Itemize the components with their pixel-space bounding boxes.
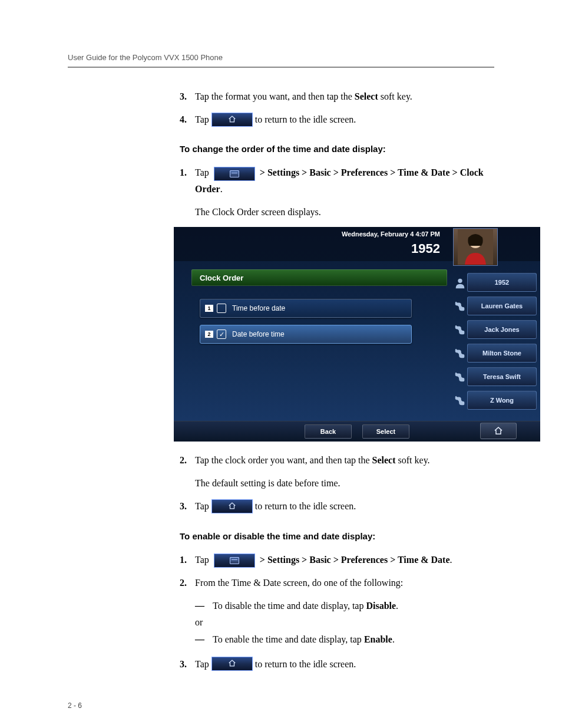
step-number: 3.: [180, 88, 195, 104]
line-key-jack-jones[interactable]: Jack Jones: [467, 320, 537, 339]
text: Tap: [195, 656, 209, 672]
option-label: Date before time: [232, 330, 285, 338]
text: Tap: [195, 167, 211, 177]
text: Tap: [195, 111, 209, 127]
step-2: 2. Tap the clock order you want, and the…: [180, 452, 494, 468]
text: soft key.: [378, 91, 412, 101]
running-header: User Guide for the Polycom VVX 1500 Phon…: [68, 53, 494, 68]
screen-title: Clock Order: [191, 269, 447, 286]
extension-number: 1952: [411, 241, 440, 256]
handset-icon: [454, 347, 467, 360]
text: soft key.: [396, 455, 430, 465]
line-key-1952[interactable]: 1952: [467, 273, 537, 292]
bold: Select: [355, 91, 378, 101]
text: From the Time & Date screen, do one of t…: [195, 575, 494, 591]
handset-icon: [454, 300, 467, 313]
line-key-z-wong[interactable]: Z Wong: [467, 391, 537, 410]
bold: Enable: [364, 634, 392, 644]
bold-path: > Settings > Basic > Preferences > Time …: [257, 555, 450, 565]
text: to return to the idle screen.: [255, 111, 356, 127]
step-number: 4.: [180, 111, 195, 127]
dash: —: [195, 631, 213, 647]
phone-screenshot: Wednesday, February 4 4:07 PM 1952 Clock…: [174, 227, 540, 442]
text: .: [392, 634, 395, 644]
checkbox-checked-icon: [217, 330, 226, 339]
step-1c: 1. Tap > Settings > Basic > Preferences …: [180, 552, 494, 568]
text: .: [220, 184, 223, 194]
bold: Disable: [366, 601, 396, 611]
handset-icon: [454, 371, 467, 384]
step-number: 1.: [180, 164, 195, 180]
or-text: or: [195, 617, 494, 628]
text: to return to the idle screen.: [255, 498, 356, 514]
text: Tap: [195, 555, 211, 565]
dash: —: [195, 598, 213, 614]
handset-icon: [454, 394, 467, 407]
text: To disable the time and date display, ta…: [213, 601, 366, 611]
paragraph: The Clock Order screen displays.: [195, 204, 494, 220]
menu-button-icon: [214, 554, 255, 568]
svg-point-2: [458, 279, 462, 283]
person-icon: [454, 276, 467, 289]
page-number: 2 - 6: [68, 701, 494, 710]
text: Tap: [195, 498, 209, 514]
step-3b: 3. Tap to return to the idle screen.: [180, 498, 494, 514]
option-time-before-date[interactable]: 1 Time before date: [200, 299, 412, 318]
text: to return to the idle screen.: [255, 656, 356, 672]
step-3: 3. Tap the format you want, and then tap…: [180, 88, 494, 104]
home-button-icon: [211, 499, 253, 513]
option-index: 2: [205, 331, 213, 338]
softkey-select[interactable]: Select: [362, 424, 409, 439]
step-number: 2.: [180, 575, 195, 591]
line-key-teresa-swift[interactable]: Teresa Swift: [467, 367, 537, 386]
home-button-icon: [211, 113, 253, 127]
checkbox-icon: [217, 304, 226, 313]
step-2c: 2. From the Time & Date screen, do one o…: [180, 575, 494, 591]
step-number: 3.: [180, 498, 195, 514]
step-number: 1.: [180, 552, 195, 568]
menu-button-icon: [214, 167, 255, 181]
sub-bullet: — To enable the time and date display, t…: [195, 631, 494, 647]
sub-bullet: — To disable the time and date display, …: [195, 598, 494, 614]
home-softkey[interactable]: [480, 423, 517, 439]
text: To enable the time and date display, tap: [213, 634, 364, 644]
text: Tap the format you want, and then tap th…: [195, 91, 355, 101]
datetime-label: Wednesday, February 4 4:07 PM: [342, 230, 440, 238]
step-4: 4. Tap to return to the idle screen.: [180, 111, 494, 127]
text: .: [396, 601, 398, 611]
home-icon: [494, 426, 503, 436]
handset-icon: [454, 324, 467, 337]
text: Tap the clock order you want, and then t…: [195, 455, 372, 465]
text: .: [450, 555, 452, 565]
softkey-back[interactable]: Back: [305, 424, 352, 439]
bold: Select: [372, 455, 396, 465]
home-button-icon: [211, 657, 253, 671]
section-heading: To change the order of the time and date…: [180, 144, 494, 154]
paragraph: The default setting is date before time.: [195, 475, 494, 491]
body-content: 3. Tap the format you want, and then tap…: [180, 88, 494, 672]
line-key-lauren-gates[interactable]: Lauren Gates: [467, 297, 537, 315]
step-1: 1. Tap > Settings > Basic > Preferences …: [180, 164, 494, 197]
line-key-milton-stone[interactable]: Milton Stone: [467, 344, 537, 363]
step-number: 2.: [180, 452, 195, 468]
option-label: Time before date: [232, 304, 285, 312]
section-heading: To enable or disable the time and date d…: [180, 531, 494, 541]
option-index: 1: [205, 305, 213, 312]
step-number: 3.: [180, 656, 195, 672]
step-3c: 3. Tap to return to the idle screen.: [180, 656, 494, 672]
option-date-before-time[interactable]: 2 Date before time: [200, 325, 412, 344]
avatar-photo: [453, 228, 498, 266]
